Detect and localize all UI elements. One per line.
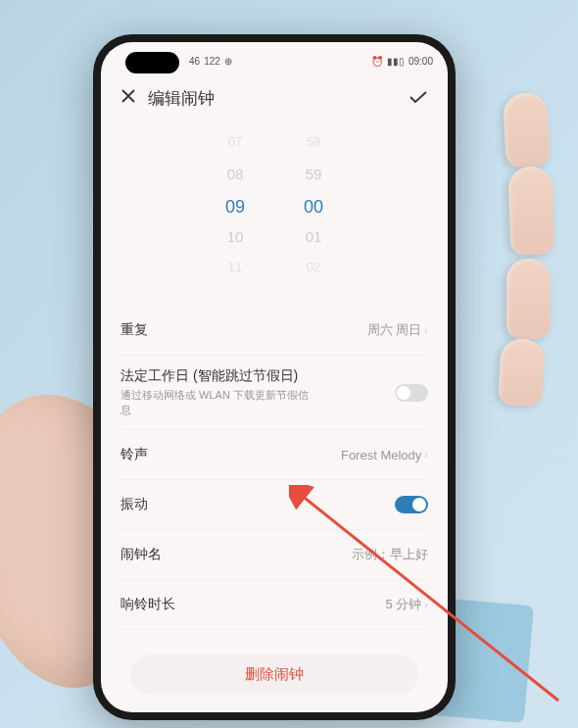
ringtone-value: Forest Melody › [341,448,428,462]
duration-label: 响铃时长 [120,596,175,613]
vibrate-toggle[interactable] [395,496,428,513]
minute-option[interactable]: 58 [307,134,320,156]
chevron-right-icon: › [424,449,428,461]
ringtone-row[interactable]: 铃声 Forest Melody › [120,430,428,480]
delete-alarm-button[interactable]: 删除闹钟 [130,655,418,695]
vibrate-row[interactable]: 振动 [120,480,428,530]
workday-sublabel: 通过移动网络或 WLAN 下载更新节假信息 [120,388,316,417]
hour-column[interactable]: 07 08 09 10 11 [225,134,245,281]
minute-column[interactable]: 58 59 00 01 02 [304,134,323,281]
repeat-value: 周六 周日 › [367,321,428,339]
clock-time: 09:00 [409,56,433,67]
minute-selected[interactable]: 00 [304,197,323,218]
camera-cutout [125,52,179,73]
workday-toggle[interactable] [395,384,428,402]
alarm-name-row[interactable]: 闹钟名 示例：早上好 [120,530,428,580]
settings-list: 重复 周六 周日 › 法定工作日 (智能跳过节假日) 通过移动网络或 WLAN … [101,296,448,630]
confirm-icon[interactable] [409,90,428,108]
repeat-row[interactable]: 重复 周六 周日 › [120,306,428,356]
network-indicator: 122 [204,56,220,67]
page-title: 编辑闹钟 [148,87,215,110]
battery-indicator: ▮▮▯ [387,56,405,67]
time-picker[interactable]: 07 08 09 10 11 58 59 00 01 02 [101,129,448,296]
close-icon[interactable] [120,88,136,109]
minute-option[interactable]: 02 [307,260,320,281]
minute-option[interactable]: 01 [306,228,322,250]
header: 编辑闹钟 [101,79,448,129]
alarm-name-value: 示例：早上好 [352,546,428,563]
repeat-label: 重复 [120,321,148,339]
workday-label: 法定工作日 (智能跳过节假日) [120,367,316,385]
hour-option[interactable]: 08 [227,166,244,187]
chevron-right-icon: › [424,324,428,336]
status-icon: ⊕ [224,56,232,67]
duration-value: 5 分钟 › [385,596,428,613]
vibrate-label: 振动 [120,496,148,513]
alarm-icon: ⏰ [371,56,383,67]
ringtone-label: 铃声 [120,446,148,463]
hour-option[interactable]: 10 [227,228,244,250]
signal-indicator: 46 [189,56,200,67]
phone-screen: 46 122 ⊕ ⏰ ▮▮▯ 09:00 编辑闹钟 07 [101,42,448,712]
hour-selected[interactable]: 09 [225,197,245,218]
hour-option[interactable]: 07 [228,134,242,156]
workday-row[interactable]: 法定工作日 (智能跳过节假日) 通过移动网络或 WLAN 下载更新节假信息 [120,356,428,430]
phone-frame: 46 122 ⊕ ⏰ ▮▮▯ 09:00 编辑闹钟 07 [93,34,456,720]
minute-option[interactable]: 59 [306,166,322,187]
duration-row[interactable]: 响铃时长 5 分钟 › [120,580,428,630]
fingers [514,93,558,237]
alarm-name-label: 闹钟名 [120,546,162,563]
chevron-right-icon: › [424,599,428,610]
hour-option[interactable]: 11 [228,260,242,281]
